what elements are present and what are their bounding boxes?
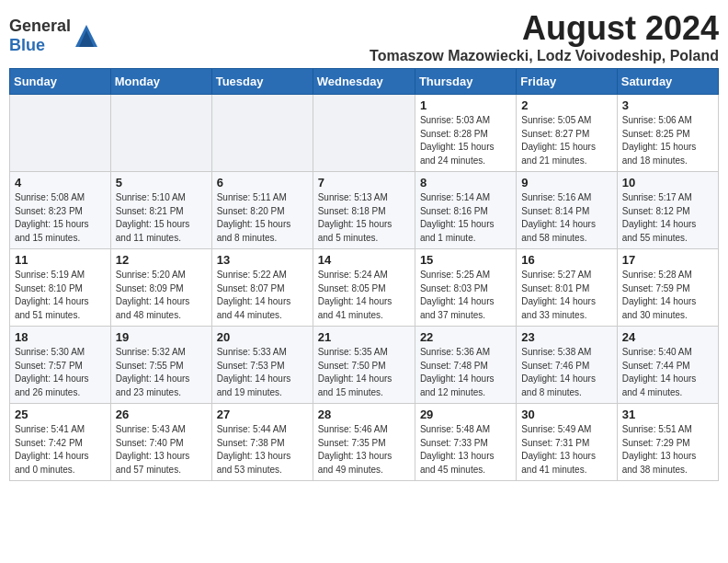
calendar-cell: 14Sunrise: 5:24 AM Sunset: 8:05 PM Dayli… <box>313 249 415 327</box>
calendar-cell: 7Sunrise: 5:13 AM Sunset: 8:18 PM Daylig… <box>313 172 415 249</box>
calendar-cell: 5Sunrise: 5:10 AM Sunset: 8:21 PM Daylig… <box>110 172 211 249</box>
calendar-cell: 1Sunrise: 5:03 AM Sunset: 8:28 PM Daylig… <box>415 95 516 172</box>
day-info: Sunrise: 5:25 AM Sunset: 8:03 PM Dayligh… <box>420 269 511 322</box>
calendar-cell: 13Sunrise: 5:22 AM Sunset: 8:07 PM Dayli… <box>211 249 313 327</box>
calendar-cell: 3Sunrise: 5:06 AM Sunset: 8:25 PM Daylig… <box>617 95 718 172</box>
title-area: August 2024 Tomaszow Mazowiecki, Lodz Vo… <box>370 9 719 64</box>
main-title: August 2024 <box>370 9 719 48</box>
day-info: Sunrise: 5:08 AM Sunset: 8:23 PM Dayligh… <box>15 191 106 245</box>
week-row-4: 18Sunrise: 5:30 AM Sunset: 7:57 PM Dayli… <box>10 327 719 404</box>
day-header-friday: Friday <box>517 69 617 95</box>
calendar-header-row: SundayMondayTuesdayWednesdayThursdayFrid… <box>10 69 719 95</box>
day-number: 30 <box>521 408 611 421</box>
day-number: 5 <box>116 176 207 190</box>
logo-general-text: General Blue <box>9 17 71 55</box>
day-number: 24 <box>622 330 713 344</box>
subtitle: Tomaszow Mazowiecki, Lodz Voivodeship, P… <box>370 48 719 64</box>
day-info: Sunrise: 5:24 AM Sunset: 8:05 PM Dayligh… <box>318 269 410 322</box>
day-number: 13 <box>217 253 308 267</box>
day-number: 20 <box>217 330 308 344</box>
calendar-cell: 16Sunrise: 5:27 AM Sunset: 8:01 PM Dayli… <box>517 249 617 327</box>
day-number: 19 <box>116 330 207 344</box>
calendar-cell: 4Sunrise: 5:08 AM Sunset: 8:23 PM Daylig… <box>10 172 111 249</box>
day-info: Sunrise: 5:33 AM Sunset: 7:53 PM Dayligh… <box>217 346 308 399</box>
day-info: Sunrise: 5:10 AM Sunset: 8:21 PM Dayligh… <box>116 191 207 245</box>
day-number: 23 <box>521 330 611 344</box>
day-info: Sunrise: 5:06 AM Sunset: 8:25 PM Dayligh… <box>622 114 713 167</box>
calendar-cell <box>211 95 313 172</box>
day-info: Sunrise: 5:44 AM Sunset: 7:38 PM Dayligh… <box>217 423 308 477</box>
calendar-cell: 29Sunrise: 5:48 AM Sunset: 7:33 PM Dayli… <box>415 404 516 481</box>
day-info: Sunrise: 5:11 AM Sunset: 8:20 PM Dayligh… <box>217 191 308 245</box>
calendar-cell: 18Sunrise: 5:30 AM Sunset: 7:57 PM Dayli… <box>10 327 111 404</box>
day-number: 15 <box>420 253 511 267</box>
day-info: Sunrise: 5:03 AM Sunset: 8:28 PM Dayligh… <box>420 114 511 167</box>
day-number: 7 <box>318 176 410 190</box>
day-info: Sunrise: 5:36 AM Sunset: 7:48 PM Dayligh… <box>420 346 511 399</box>
calendar: SundayMondayTuesdayWednesdayThursdayFrid… <box>9 68 719 481</box>
day-info: Sunrise: 5:17 AM Sunset: 8:12 PM Dayligh… <box>622 191 713 245</box>
week-row-2: 4Sunrise: 5:08 AM Sunset: 8:23 PM Daylig… <box>10 172 719 249</box>
day-info: Sunrise: 5:49 AM Sunset: 7:31 PM Dayligh… <box>521 423 611 477</box>
day-number: 31 <box>622 408 713 421</box>
day-info: Sunrise: 5:51 AM Sunset: 7:29 PM Dayligh… <box>622 423 713 477</box>
calendar-cell: 24Sunrise: 5:40 AM Sunset: 7:44 PM Dayli… <box>617 327 718 404</box>
day-header-saturday: Saturday <box>617 69 718 95</box>
day-number: 27 <box>217 408 308 421</box>
calendar-cell: 31Sunrise: 5:51 AM Sunset: 7:29 PM Dayli… <box>617 404 718 481</box>
day-info: Sunrise: 5:13 AM Sunset: 8:18 PM Dayligh… <box>318 191 410 245</box>
day-info: Sunrise: 5:46 AM Sunset: 7:35 PM Dayligh… <box>318 423 410 477</box>
calendar-cell: 27Sunrise: 5:44 AM Sunset: 7:38 PM Dayli… <box>211 404 313 481</box>
day-number: 18 <box>15 330 106 344</box>
day-info: Sunrise: 5:19 AM Sunset: 8:10 PM Dayligh… <box>15 269 106 322</box>
day-number: 6 <box>217 176 308 190</box>
day-number: 22 <box>420 330 511 344</box>
calendar-cell: 23Sunrise: 5:38 AM Sunset: 7:46 PM Dayli… <box>517 327 617 404</box>
day-info: Sunrise: 5:43 AM Sunset: 7:40 PM Dayligh… <box>116 423 207 477</box>
day-number: 12 <box>116 253 207 267</box>
week-row-3: 11Sunrise: 5:19 AM Sunset: 8:10 PM Dayli… <box>10 249 719 327</box>
day-info: Sunrise: 5:41 AM Sunset: 7:42 PM Dayligh… <box>15 423 106 477</box>
day-number: 16 <box>521 253 611 267</box>
header: General Blue August 2024 Tomaszow Mazowi… <box>9 9 719 64</box>
calendar-cell <box>110 95 211 172</box>
day-number: 29 <box>420 408 511 421</box>
calendar-cell <box>10 95 111 172</box>
day-number: 3 <box>622 98 713 112</box>
day-number: 4 <box>15 176 106 190</box>
week-row-5: 25Sunrise: 5:41 AM Sunset: 7:42 PM Dayli… <box>10 404 719 481</box>
calendar-cell: 28Sunrise: 5:46 AM Sunset: 7:35 PM Dayli… <box>313 404 415 481</box>
day-header-thursday: Thursday <box>415 69 516 95</box>
calendar-cell: 9Sunrise: 5:16 AM Sunset: 8:14 PM Daylig… <box>517 172 617 249</box>
day-info: Sunrise: 5:27 AM Sunset: 8:01 PM Dayligh… <box>521 269 611 322</box>
day-info: Sunrise: 5:40 AM Sunset: 7:44 PM Dayligh… <box>622 346 713 399</box>
day-info: Sunrise: 5:05 AM Sunset: 8:27 PM Dayligh… <box>521 114 611 167</box>
calendar-cell: 21Sunrise: 5:35 AM Sunset: 7:50 PM Dayli… <box>313 327 415 404</box>
calendar-cell: 11Sunrise: 5:19 AM Sunset: 8:10 PM Dayli… <box>10 249 111 327</box>
calendar-cell: 30Sunrise: 5:49 AM Sunset: 7:31 PM Dayli… <box>517 404 617 481</box>
day-info: Sunrise: 5:16 AM Sunset: 8:14 PM Dayligh… <box>521 191 611 245</box>
day-number: 21 <box>318 330 410 344</box>
day-number: 14 <box>318 253 410 267</box>
day-number: 1 <box>420 98 511 112</box>
day-header-monday: Monday <box>110 69 211 95</box>
logo-icon <box>74 23 99 49</box>
calendar-cell: 8Sunrise: 5:14 AM Sunset: 8:16 PM Daylig… <box>415 172 516 249</box>
day-number: 26 <box>116 408 207 421</box>
calendar-cell: 26Sunrise: 5:43 AM Sunset: 7:40 PM Dayli… <box>110 404 211 481</box>
calendar-cell: 15Sunrise: 5:25 AM Sunset: 8:03 PM Dayli… <box>415 249 516 327</box>
day-header-wednesday: Wednesday <box>313 69 415 95</box>
day-number: 8 <box>420 176 511 190</box>
logo: General Blue <box>9 17 99 55</box>
day-info: Sunrise: 5:22 AM Sunset: 8:07 PM Dayligh… <box>217 269 308 322</box>
day-info: Sunrise: 5:20 AM Sunset: 8:09 PM Dayligh… <box>116 269 207 322</box>
calendar-cell <box>313 95 415 172</box>
day-info: Sunrise: 5:28 AM Sunset: 7:59 PM Dayligh… <box>622 269 713 322</box>
day-number: 9 <box>521 176 611 190</box>
day-number: 11 <box>15 253 106 267</box>
day-number: 2 <box>521 98 611 112</box>
day-header-tuesday: Tuesday <box>211 69 313 95</box>
calendar-cell: 19Sunrise: 5:32 AM Sunset: 7:55 PM Dayli… <box>110 327 211 404</box>
day-header-sunday: Sunday <box>10 69 111 95</box>
day-info: Sunrise: 5:35 AM Sunset: 7:50 PM Dayligh… <box>318 346 410 399</box>
